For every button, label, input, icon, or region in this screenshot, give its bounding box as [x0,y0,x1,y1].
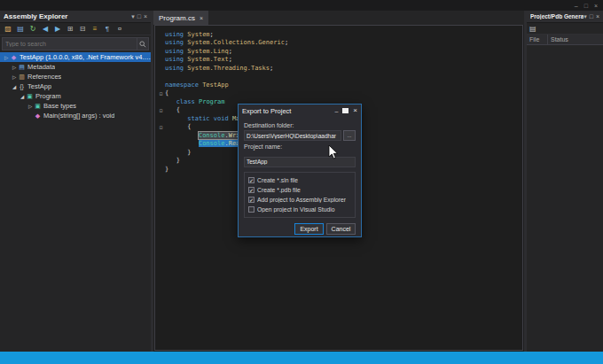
project-pdb-header: Project/Pdb Genera... ▾ □ × [527,11,603,23]
tree-item-program-class[interactable]: ◢▣Program [0,91,151,101]
window-close-icon[interactable]: × [594,3,598,9]
fold-marker-icon[interactable]: ⊟ [157,106,165,115]
code-text: class Program [176,98,225,105]
tree-item-main-method[interactable]: ◆Main(string[] args) : void [0,111,151,120]
dialog-titlebar[interactable]: Export to Project – × [239,105,361,117]
assembly-explorer-title: Assembly Explorer [4,12,131,20]
project-name-label: Project name: [244,143,356,150]
column-header-status[interactable]: Status [548,35,603,44]
destination-folder-label: Destination folder: [244,122,356,128]
fold-marker-icon[interactable]: ⊟ [157,123,165,132]
destination-folder-input[interactable] [244,130,341,141]
expander-icon[interactable]: ▷ [11,74,18,80]
code-line[interactable]: namespace TestApp [157,81,521,89]
code-token: ; [285,39,288,46]
code-text: using System; [165,31,214,38]
code-token: } [165,166,168,173]
panel-menu-icon[interactable]: ▾ [583,13,587,19]
checkbox-checked-icon[interactable]: ✓ [248,177,255,183]
code-token: System.Linq [187,48,228,55]
expander-icon[interactable]: ▷ [3,55,10,60]
project-file-list [527,45,603,352]
tree-item-metadata[interactable]: ▷▤Metadata [0,62,151,72]
mouse-cursor [328,145,339,160]
fold-marker-icon[interactable]: ⊟ [157,89,165,98]
close-icon[interactable]: × [144,13,147,19]
code-line[interactable]: ⊟{ [157,89,521,98]
search-input[interactable] [2,37,137,50]
code-indent [165,132,199,139]
code-line[interactable]: using System.Linq; [157,47,521,56]
dialog-body: Destination folder: ... Project name: ✓C… [239,117,361,239]
go-back-icon[interactable]: ◀ [40,24,51,34]
assembly-icon: ◆ [10,54,18,61]
tree-item-references[interactable]: ▷▥References [0,72,151,81]
checkbox-checked-icon[interactable]: ✓ [248,197,255,203]
window-maximize-icon[interactable]: □ [584,3,588,9]
code-token: ; [210,31,214,38]
sort-icon[interactable]: ≡ [90,24,100,34]
code-token: Console [199,140,225,147]
window-minimize-icon[interactable]: – [575,3,578,9]
open-folder-icon[interactable]: ▨ [3,24,13,34]
save-all-icon[interactable]: ▤ [15,24,26,34]
assembly-dock-controls: ▾ □ × [131,13,147,19]
checkbox-checked-icon[interactable]: ✓ [248,187,255,193]
expand-all-icon[interactable]: ⊞ [65,24,75,34]
close-icon[interactable]: × [596,13,599,19]
cancel-button[interactable]: Cancel [326,223,356,235]
checkbox-row-1[interactable]: ✓Create *.sln file [248,175,351,185]
tree-item-base-types[interactable]: ▷▣Base types [0,101,151,111]
expander-icon[interactable]: ▷ [27,104,34,109]
code-line[interactable]: using System.Text; [157,56,521,65]
taskbar[interactable] [0,352,603,364]
refresh-icon[interactable]: ↻ [27,24,38,34]
code-text: using System.Linq; [165,48,232,55]
checkbox-row-4[interactable]: Open project in Visual Studio [248,205,351,214]
tree-item-label: Program [35,92,61,100]
expander-icon[interactable]: ◢ [19,94,26,99]
options-icon[interactable]: ¤ [114,24,125,34]
expander-icon[interactable]: ▷ [11,65,18,70]
code-token: } [176,157,180,164]
tab-label: Program.cs [159,14,195,22]
tab-program-cs[interactable]: Program.cs × [153,11,208,25]
code-token: TestApp [202,81,229,89]
tree-item-testapp-namespace[interactable]: ◢{}TestApp [0,81,151,91]
panel-menu-icon[interactable]: ▾ [131,13,135,19]
checkbox-row-3[interactable]: ✓Add project to Assembly Explorer [248,195,351,205]
tree-item-label: TestApp [27,82,51,90]
code-line[interactable]: using System.Threading.Tasks; [157,64,521,73]
code-token: System.Text [187,56,228,63]
checkbox-unchecked-icon[interactable] [248,206,255,213]
project-name-input[interactable] [244,157,356,167]
checkbox-row-2[interactable]: ✓Create *.pdb file [248,185,351,195]
file-icon[interactable]: ▤ [529,25,536,33]
word-wrap-icon[interactable]: ¶ [102,24,113,34]
browse-button[interactable]: ... [343,130,356,141]
checkbox-label: Open project in Visual Studio [257,206,335,213]
code-token: using [165,31,187,38]
dialog-maximize-icon[interactable] [342,108,348,113]
pin-icon[interactable]: □ [137,13,141,19]
code-text: namespace TestApp [165,81,229,89]
code-line[interactable]: using System; [157,30,521,39]
column-header-file[interactable]: File [527,35,548,44]
dialog-actions: Export Cancel [244,223,356,235]
dialog-close-icon[interactable]: × [353,107,357,114]
code-text: } [165,166,168,173]
code-line[interactable] [157,73,521,81]
go-forward-icon[interactable]: ▶ [52,24,63,34]
export-button[interactable]: Export [294,223,324,235]
tree-item-label: References [27,73,61,81]
assembly-explorer-header: Assembly Explorer ▾ □ × [0,11,151,23]
code-indent [165,157,176,164]
dialog-minimize-icon[interactable]: – [334,108,338,114]
collapse-all-icon[interactable]: ⊟ [77,24,88,34]
expander-icon[interactable]: ◢ [11,84,18,89]
pin-icon[interactable]: □ [590,13,593,19]
code-line[interactable]: using System.Collections.Generic; [157,39,521,48]
references-icon: ▥ [18,74,26,81]
tab-close-icon[interactable]: × [200,15,203,21]
tree-item-testapp-assembly[interactable]: ▷◆TestApp (1.0.0.0, x86, .Net Framework … [0,52,151,62]
